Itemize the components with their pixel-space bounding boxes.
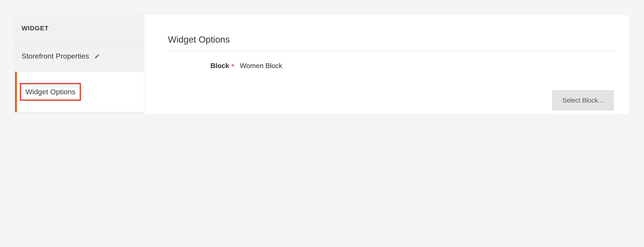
field-label-wrap: Block * <box>168 61 240 70</box>
tab-label: Widget Options <box>20 83 81 101</box>
sidebar-header: WIDGET <box>15 15 144 41</box>
tab-label: Storefront Properties <box>22 52 89 60</box>
widget-config-panel: WIDGET Storefront Properties Widget Opti… <box>15 15 629 114</box>
tab-storefront-properties[interactable]: Storefront Properties <box>15 41 144 72</box>
required-asterisk: * <box>232 62 234 70</box>
section-title: Widget Options <box>168 34 614 51</box>
block-field-row: Block * Women Block <box>168 61 629 70</box>
select-block-button[interactable]: Select Block... <box>552 90 614 110</box>
sidebar: WIDGET Storefront Properties Widget Opti… <box>15 15 144 114</box>
block-field-label: Block <box>210 62 229 70</box>
block-field-value: Women Block <box>240 62 282 70</box>
content-area: Widget Options Block * Women Block Selec… <box>144 15 629 114</box>
tab-widget-options[interactable]: Widget Options <box>15 72 144 112</box>
pencil-icon <box>94 54 100 59</box>
